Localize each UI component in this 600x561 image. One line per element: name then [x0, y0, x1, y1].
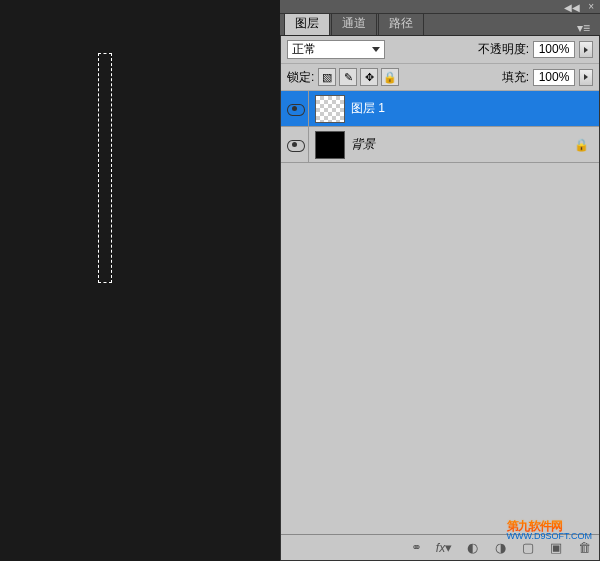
tab-paths[interactable]: 路径: [378, 11, 424, 35]
opacity-label: 不透明度:: [478, 41, 529, 58]
layers-panel: ◀◀ × 图层 通道 路径 ▾≡ 正常 不透明度: 100% 锁定: ▧ ✎ ✥: [280, 0, 600, 561]
lock-pixels-icon[interactable]: ✎: [339, 68, 357, 86]
panel-tabs: 图层 通道 路径 ▾≡: [280, 14, 600, 36]
fx-icon[interactable]: fx▾: [435, 539, 453, 557]
group-icon[interactable]: ▢: [519, 539, 537, 557]
layer-mask-icon[interactable]: ◐: [463, 539, 481, 557]
watermark: 第九软件网 WWW.D9SOFT.COM: [507, 514, 593, 541]
trash-icon[interactable]: 🗑: [575, 539, 593, 557]
layer-list[interactable]: 图层 1 背景 🔒: [281, 91, 599, 534]
fill-input[interactable]: 100%: [533, 69, 575, 86]
panel-titlebar[interactable]: ◀◀ ×: [280, 0, 600, 14]
close-icon[interactable]: ×: [588, 1, 594, 12]
lock-all-icon[interactable]: 🔒: [381, 68, 399, 86]
fill-flyout-button[interactable]: [579, 69, 593, 86]
opacity-input[interactable]: 100%: [533, 41, 575, 58]
link-layers-icon[interactable]: ⚭: [407, 539, 425, 557]
tab-layers[interactable]: 图层: [284, 11, 330, 35]
canvas-area[interactable]: [0, 0, 280, 561]
watermark-url: WWW.D9SOFT.COM: [507, 531, 593, 541]
panel-menu-icon[interactable]: ▾≡: [573, 21, 594, 35]
eye-icon: [287, 104, 303, 114]
blend-mode-select[interactable]: 正常: [287, 40, 385, 59]
lock-fill-row: 锁定: ▧ ✎ ✥ 🔒 填充: 100%: [281, 64, 599, 91]
layer-name[interactable]: 图层 1: [351, 100, 599, 117]
adjustment-layer-icon[interactable]: ◑: [491, 539, 509, 557]
eye-icon: [287, 140, 303, 150]
triangle-right-icon: [584, 47, 588, 53]
blend-opacity-row: 正常 不透明度: 100%: [281, 36, 599, 64]
fill-label: 填充:: [502, 69, 529, 86]
new-layer-icon[interactable]: ▣: [547, 539, 565, 557]
panel-body: 正常 不透明度: 100% 锁定: ▧ ✎ ✥ 🔒 填充: 100%: [280, 36, 600, 561]
blend-mode-value: 正常: [292, 41, 316, 58]
opacity-flyout-button[interactable]: [579, 41, 593, 58]
tab-channels[interactable]: 通道: [331, 11, 377, 35]
collapse-icon[interactable]: ◀◀: [564, 2, 580, 13]
marquee-selection: [98, 53, 112, 283]
layer-thumbnail[interactable]: [315, 95, 345, 123]
triangle-right-icon: [584, 74, 588, 80]
chevron-down-icon: [372, 47, 380, 52]
layer-row[interactable]: 图层 1: [281, 91, 599, 127]
layer-name[interactable]: 背景: [351, 136, 574, 153]
lock-position-icon[interactable]: ✥: [360, 68, 378, 86]
lock-buttons: ▧ ✎ ✥ 🔒: [318, 68, 399, 86]
visibility-toggle[interactable]: [281, 127, 309, 162]
layer-thumbnail[interactable]: [315, 131, 345, 159]
layer-row[interactable]: 背景 🔒: [281, 127, 599, 163]
lock-label: 锁定:: [287, 69, 314, 86]
lock-icon: 🔒: [574, 138, 589, 152]
visibility-toggle[interactable]: [281, 91, 309, 126]
lock-transparency-icon[interactable]: ▧: [318, 68, 336, 86]
